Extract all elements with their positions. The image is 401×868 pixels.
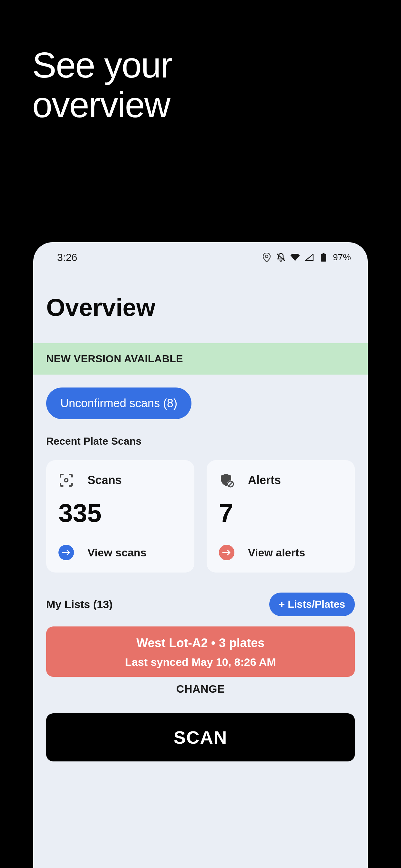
view-scans-link[interactable]: View scans — [58, 545, 182, 560]
signal-icon — [305, 252, 314, 262]
scans-card[interactable]: Scans 335 View scans — [46, 460, 194, 572]
alerts-card-value: 7 — [219, 498, 343, 528]
scans-card-value: 335 — [58, 498, 182, 528]
add-lists-plates-button[interactable]: + Lists/Plates — [269, 593, 355, 616]
version-banner[interactable]: NEW VERSION AVAILABLE — [33, 343, 368, 375]
battery-icon — [319, 252, 328, 262]
view-alerts-link[interactable]: View alerts — [219, 545, 343, 560]
status-icons: 97% — [262, 252, 351, 262]
page-title: Overview — [33, 265, 368, 321]
alerts-card-title: Alerts — [248, 473, 281, 487]
alerts-card[interactable]: Alerts 7 View alerts — [207, 460, 355, 572]
location-pin-icon — [262, 252, 272, 262]
scans-card-header: Scans — [58, 472, 182, 488]
unconfirmed-scans-button[interactable]: Unconfirmed scans (8) — [46, 388, 191, 419]
arrow-right-icon — [219, 545, 235, 560]
status-time: 3:26 — [57, 252, 77, 264]
svg-point-0 — [266, 255, 268, 258]
view-alerts-text: View alerts — [248, 547, 305, 559]
recent-plate-scans-label: Recent Plate Scans — [33, 419, 368, 447]
active-location-card[interactable]: West Lot-A2 • 3 plates Last synced May 1… — [46, 626, 355, 677]
svg-line-1 — [277, 254, 285, 261]
battery-percent: 97% — [333, 252, 351, 262]
promo-headline-line2: overview — [32, 85, 401, 125]
scans-card-title: Scans — [88, 473, 122, 487]
lists-header: My Lists (13) + Lists/Plates — [33, 572, 368, 616]
wifi-icon — [290, 252, 300, 262]
version-banner-text: NEW VERSION AVAILABLE — [46, 353, 355, 365]
promo-headline: See your overview — [0, 0, 401, 125]
change-button[interactable]: CHANGE — [33, 683, 368, 695]
stat-cards-row: Scans 335 View scans — [33, 447, 368, 572]
location-name: West Lot-A2 • 3 plates — [53, 636, 348, 650]
scan-button[interactable]: SCAN — [46, 713, 355, 762]
scan-target-icon — [58, 472, 74, 488]
location-sync-time: Last synced May 10, 8:26 AM — [53, 656, 348, 669]
alerts-card-header: Alerts — [219, 472, 343, 488]
shield-alert-icon — [219, 472, 235, 488]
status-bar: 3:26 — [33, 242, 368, 265]
arrow-right-icon — [58, 545, 74, 560]
svg-rect-2 — [321, 254, 326, 261]
notifications-off-icon — [276, 252, 286, 262]
my-lists-label: My Lists (13) — [46, 598, 113, 611]
svg-rect-3 — [322, 253, 325, 254]
promo-headline-line1: See your — [32, 45, 401, 85]
phone-frame: 3:26 — [33, 242, 368, 868]
view-scans-text: View scans — [88, 547, 147, 559]
svg-point-4 — [65, 478, 68, 482]
